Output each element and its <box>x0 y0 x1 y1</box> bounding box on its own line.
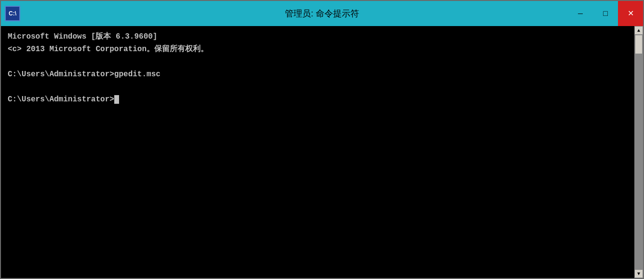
close-icon <box>628 9 634 18</box>
cmd-window: C:\ 管理员: 命令提示符 Microsoft Windows [版本 6.3… <box>0 0 644 279</box>
scrollbar-down-arrow[interactable]: ▼ <box>634 269 643 278</box>
console-area: Microsoft Windows [版本 6.3.9600] <c> 2013… <box>1 26 643 278</box>
scrollbar-up-arrow[interactable]: ▲ <box>634 26 643 35</box>
maximize-icon <box>603 9 608 18</box>
console-line-3: C:\Users\Administrator>gpedit.msc <box>8 69 628 80</box>
minimize-button[interactable] <box>568 1 593 26</box>
cmd-icon: C:\ <box>5 6 20 21</box>
console-content[interactable]: Microsoft Windows [版本 6.3.9600] <c> 2013… <box>1 26 634 278</box>
console-line-2: <c> 2013 Microsoft Corporation。保留所有权利。 <box>8 43 628 55</box>
title-text: 管理员: 命令提示符 <box>285 8 359 19</box>
console-line-1: Microsoft Windows [版本 6.3.9600] <box>8 31 628 42</box>
close-button[interactable] <box>618 1 643 26</box>
scrollbar-track[interactable] <box>634 35 643 269</box>
cursor <box>114 95 119 104</box>
console-blank-1 <box>8 56 628 68</box>
title-buttons <box>568 1 643 26</box>
console-line-4: C:\Users\Administrator> <box>8 94 628 105</box>
minimize-icon <box>578 9 583 18</box>
console-blank-2 <box>8 81 628 93</box>
title-bar: C:\ 管理员: 命令提示符 <box>1 1 643 26</box>
scrollbar[interactable]: ▲ ▼ <box>634 26 643 278</box>
title-bar-left: C:\ <box>5 6 20 21</box>
scrollbar-thumb[interactable] <box>635 35 643 54</box>
cmd-icon-label: C:\ <box>9 10 16 17</box>
maximize-button[interactable] <box>593 1 618 26</box>
